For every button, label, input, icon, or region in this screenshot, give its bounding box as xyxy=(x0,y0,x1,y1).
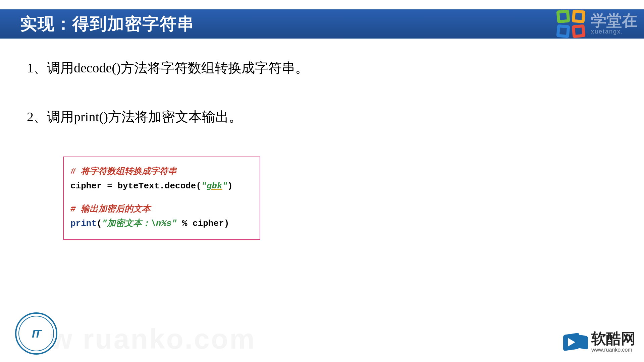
edu-logo: IT xyxy=(15,312,57,355)
content-area: 1、调用decode()方法将字符数组转换成字符串。 2、调用print()方法… xyxy=(0,39,644,260)
xuetang-squares-icon xyxy=(557,10,588,38)
code-l4a: print xyxy=(70,219,97,229)
code-l2c: gbk xyxy=(207,181,222,191)
header-bar: 实现：得到加密字符串 学堂在 xuetangx. xyxy=(0,9,644,39)
top-gap xyxy=(0,0,644,9)
ruanko-cn: 软酷网 xyxy=(591,331,636,346)
code-l2d: " xyxy=(222,181,228,191)
xuetang-logo: 学堂在 xuetangx. xyxy=(557,9,644,39)
xuetang-cn: 学堂在 xyxy=(591,13,637,28)
slide: 实现：得到加密字符串 学堂在 xuetangx. 1、调用decode()方法将… xyxy=(0,0,644,362)
watermark: w ruanko.com xyxy=(50,323,256,355)
ruanko-logo: 软酷网 www.ruanko.com xyxy=(563,331,636,353)
code-l4b: ( xyxy=(97,219,102,229)
code-l2e: ) xyxy=(227,181,233,191)
code-l4d: % cipher) xyxy=(177,219,229,229)
code-comment-2: # 输出加密后的文本 xyxy=(70,202,253,217)
bullet-1-suffix: 方法将字符数组转换成字符串。 xyxy=(121,60,309,75)
edu-logo-text: IT xyxy=(32,327,41,340)
xuetang-text: 学堂在 xuetangx. xyxy=(591,13,637,35)
bullet-1: 1、调用decode()方法将字符数组转换成字符串。 xyxy=(27,59,617,77)
play-icon xyxy=(563,332,588,352)
ruanko-url: www.ruanko.com xyxy=(591,347,636,353)
code-comment-1: # 将字符数组转换成字符串 xyxy=(70,165,253,179)
code-line-4: print("加密文本：\n%s" % cipher) xyxy=(70,217,253,231)
bullet-1-prefix: 1、调用 xyxy=(27,60,74,75)
code-box: # 将字符数组转换成字符串 cipher = byteText.decode("… xyxy=(63,157,260,240)
bullet-1-code: decode() xyxy=(74,60,121,75)
bullet-2-code: print() xyxy=(74,109,108,124)
code-l2a: cipher = byteText.decode( xyxy=(70,181,201,191)
code-l2b: " xyxy=(201,181,207,191)
bullet-2-suffix: 方法将加密文本输出。 xyxy=(108,109,242,124)
xuetang-en: xuetangx. xyxy=(591,28,637,35)
code-line-2: cipher = byteText.decode("gbk") xyxy=(70,179,253,193)
bullet-2-prefix: 2、调用 xyxy=(27,109,74,124)
ruanko-text: 软酷网 www.ruanko.com xyxy=(591,331,636,353)
slide-title: 实现：得到加密字符串 xyxy=(20,13,195,35)
bullet-2: 2、调用print()方法将加密文本输出。 xyxy=(27,108,617,126)
code-l4c: "加密文本：\n%s" xyxy=(102,219,177,229)
